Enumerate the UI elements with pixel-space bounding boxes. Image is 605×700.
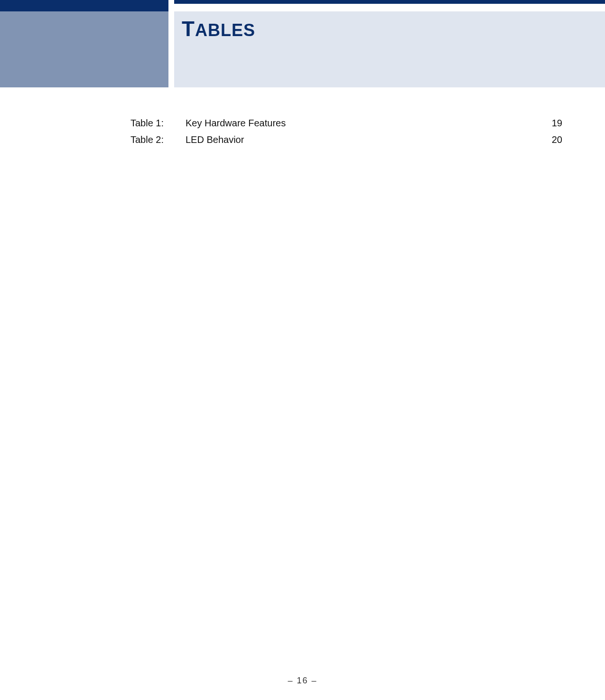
- header-band-right: TABLES: [174, 11, 605, 87]
- page-title: TABLES: [182, 17, 605, 41]
- toc-label: Table 1:: [130, 118, 184, 129]
- page-title-rest: ABLES: [195, 20, 255, 40]
- page-number: – 16 –: [288, 676, 317, 685]
- header-band-gap: [168, 11, 174, 87]
- toc-row: Table 2: LED Behavior 20: [130, 134, 562, 145]
- toc-page: 19: [534, 118, 562, 129]
- toc-page: 20: [534, 134, 562, 145]
- header-top-bar-right: [174, 0, 605, 4]
- toc-text: LED Behavior: [184, 134, 534, 145]
- toc-content: Table 1: Key Hardware Features 19 Table …: [130, 118, 562, 151]
- header-band: TABLES: [0, 11, 605, 87]
- header-top-bar-left: [0, 0, 168, 11]
- page-title-first-letter: T: [182, 17, 195, 40]
- toc-row: Table 1: Key Hardware Features 19: [130, 118, 562, 129]
- header-top-bar-gap: [168, 0, 174, 11]
- toc-label: Table 2:: [130, 134, 184, 145]
- toc-text: Key Hardware Features: [184, 118, 534, 129]
- header-top-bar: [0, 0, 605, 11]
- page-footer: – 16 –: [0, 676, 605, 686]
- header-band-left: [0, 11, 168, 87]
